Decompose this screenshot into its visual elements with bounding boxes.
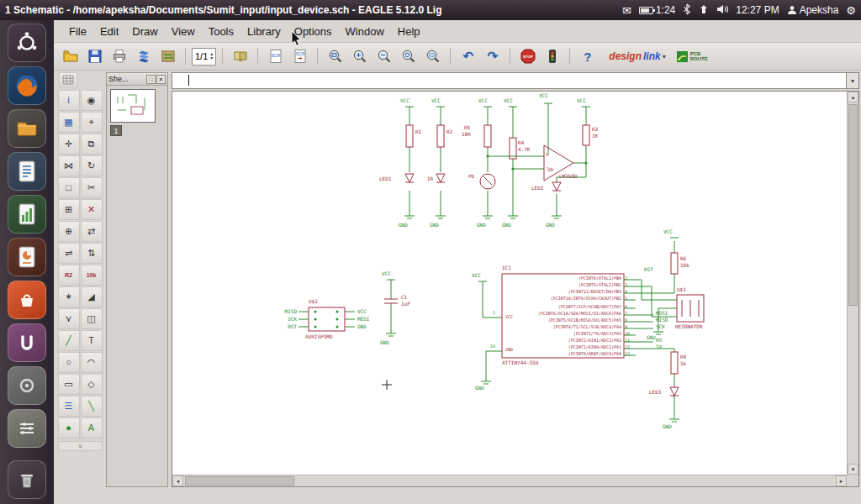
- files-launcher-button[interactable]: [8, 109, 46, 148]
- vertical-scroll-track[interactable]: [848, 102, 858, 464]
- tool-replace[interactable]: ⇌: [58, 243, 80, 264]
- tool-text[interactable]: T: [81, 330, 103, 351]
- tool-label[interactable]: A: [81, 417, 103, 438]
- command-input[interactable]: [172, 72, 846, 89]
- sheet-stepper[interactable]: ▴ ▾: [210, 52, 213, 60]
- tool-add[interactable]: ⊕: [58, 221, 80, 242]
- tool-copy[interactable]: ⧉: [81, 134, 103, 155]
- user-indicator[interactable]: Apeksha: [787, 4, 839, 16]
- tool-pinswap[interactable]: ⇄: [81, 221, 103, 242]
- vertical-scrollbar[interactable]: ▴ ▾: [847, 92, 858, 475]
- tool-cut[interactable]: ✂: [81, 177, 103, 198]
- clock-indicator[interactable]: 12:27 PM: [736, 4, 779, 16]
- panel-float-button[interactable]: □: [146, 75, 156, 84]
- tool-mirror[interactable]: ⋈: [58, 155, 80, 176]
- menu-item-library[interactable]: Library: [240, 23, 288, 40]
- menu-item-file[interactable]: File: [62, 23, 93, 40]
- ubuntu-one-launcher-button[interactable]: [8, 323, 46, 362]
- menu-item-window[interactable]: Window: [339, 23, 391, 40]
- tool-move[interactable]: ✛: [58, 134, 80, 155]
- scroll-down-button[interactable]: ▾: [848, 464, 858, 475]
- stop-button[interactable]: STOP: [516, 45, 539, 67]
- sound-indicator[interactable]: [716, 4, 728, 17]
- gear-icon[interactable]: ⚙: [846, 5, 856, 16]
- tool-invoke[interactable]: ◫: [81, 308, 103, 329]
- impress-launcher-button[interactable]: [8, 238, 46, 276]
- tool-net[interactable]: ╲: [81, 396, 103, 417]
- tool-polygon[interactable]: ◇: [81, 374, 103, 395]
- run-script-button[interactable]: SCR: [288, 45, 311, 67]
- tool-gateswap[interactable]: ⇅: [81, 243, 103, 264]
- sheet-thumbnail[interactable]: [110, 89, 156, 123]
- more-tools-button[interactable]: »: [58, 441, 103, 451]
- tool-rect[interactable]: ▭: [58, 374, 80, 395]
- tool-info[interactable]: i: [58, 90, 80, 111]
- tool-bus[interactable]: ☰: [58, 396, 80, 417]
- system-app-launcher-button[interactable]: [8, 366, 46, 405]
- tool-split[interactable]: ⋎: [58, 308, 80, 329]
- script-button[interactable]: SCR: [264, 45, 287, 67]
- sheet-number-badge[interactable]: 1: [110, 125, 122, 136]
- grid-button[interactable]: [59, 72, 77, 87]
- menu-item-options[interactable]: Options: [288, 23, 339, 40]
- stepper-down-icon[interactable]: ▾: [210, 56, 213, 60]
- zoom-fit-button[interactable]: [324, 45, 346, 67]
- menu-item-view[interactable]: View: [165, 23, 202, 40]
- vertical-scroll-thumb[interactable]: [848, 104, 858, 306]
- command-dropdown-button[interactable]: ▾: [846, 72, 859, 89]
- sheet-select[interactable]: 1/1 ▴ ▾: [192, 48, 216, 66]
- mail-indicator-icon[interactable]: ✉: [622, 5, 631, 16]
- trash-launcher-button[interactable]: [8, 460, 46, 499]
- horizontal-scroll-thumb[interactable]: [185, 476, 294, 486]
- tool-circle[interactable]: ○: [58, 352, 80, 373]
- zoom-in-button[interactable]: [348, 45, 371, 67]
- designlink-banner[interactable]: design link ▾: [609, 50, 665, 62]
- firefox-launcher-button[interactable]: [8, 66, 46, 105]
- calc-launcher-button[interactable]: [8, 195, 46, 234]
- cam-processor-button[interactable]: [132, 45, 155, 67]
- pcb-route-banner[interactable]: PCB ROUTE: [676, 50, 708, 63]
- help-button[interactable]: ?: [576, 45, 599, 67]
- tool-name[interactable]: R2: [58, 265, 80, 286]
- tool-rotate[interactable]: ↻: [81, 155, 103, 176]
- tool-mark[interactable]: ⌖: [81, 112, 103, 133]
- tool-display[interactable]: ▦: [58, 112, 80, 133]
- tool-arc[interactable]: ◠: [81, 352, 103, 373]
- menu-item-help[interactable]: Help: [391, 23, 427, 40]
- undo-button[interactable]: ↶: [457, 45, 479, 67]
- menu-item-edit[interactable]: Edit: [93, 23, 125, 40]
- tool-paste[interactable]: ⊞: [58, 199, 80, 220]
- tool-group[interactable]: □: [58, 177, 80, 198]
- bluetooth-indicator[interactable]: [683, 3, 691, 18]
- tool-miter[interactable]: ◢: [81, 286, 103, 307]
- tool-wire[interactable]: ╱: [58, 330, 80, 351]
- use-library-button[interactable]: [229, 45, 251, 67]
- menu-item-tools[interactable]: Tools: [202, 23, 240, 40]
- scroll-right-button[interactable]: ▸: [836, 475, 847, 486]
- zoom-redraw-button[interactable]: [397, 45, 420, 67]
- tool-junction[interactable]: ●: [58, 417, 80, 438]
- panel-close-button[interactable]: ✕: [156, 75, 166, 84]
- go-button[interactable]: [541, 45, 563, 67]
- horizontal-scrollbar[interactable]: ◂ ▸: [172, 475, 847, 486]
- print-button[interactable]: [108, 45, 130, 67]
- tool-delete[interactable]: ✕: [81, 199, 103, 220]
- sync-indicator[interactable]: [699, 4, 709, 17]
- tool-value[interactable]: 10k: [81, 265, 103, 286]
- open-button[interactable]: [59, 45, 82, 67]
- menu-item-draw[interactable]: Draw: [125, 23, 164, 40]
- tool-smash[interactable]: ✶: [58, 286, 80, 307]
- utility-app-launcher-button[interactable]: [8, 409, 46, 448]
- scroll-up-button[interactable]: ▴: [848, 92, 858, 102]
- designlink-dropdown-icon[interactable]: ▾: [663, 53, 666, 60]
- battery-indicator[interactable]: 1:24: [639, 4, 675, 16]
- tool-show[interactable]: ◉: [81, 90, 103, 111]
- save-button[interactable]: [83, 45, 106, 67]
- software-center-launcher-button[interactable]: [8, 281, 46, 319]
- zoom-select-button[interactable]: [421, 45, 444, 67]
- switch-to-board-button[interactable]: [156, 45, 179, 67]
- horizontal-scroll-track[interactable]: [183, 475, 836, 486]
- zoom-out-button[interactable]: [372, 45, 395, 67]
- scroll-left-button[interactable]: ◂: [172, 475, 183, 486]
- schematic-canvas[interactable]: VCC VCC VCC VCC VCC VCC VCC VCC VCC GND …: [172, 92, 847, 475]
